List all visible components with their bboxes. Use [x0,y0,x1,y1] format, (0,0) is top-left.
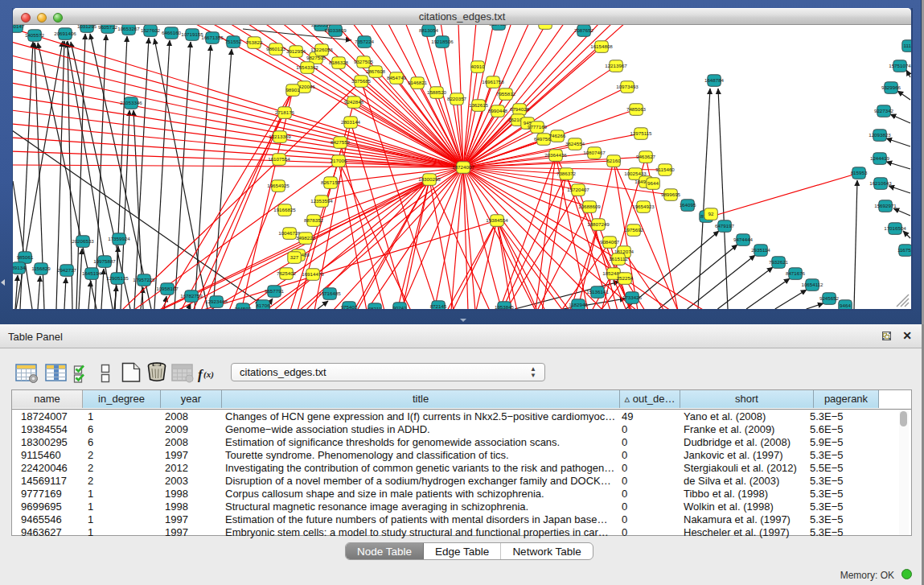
svg-text:98901: 98901 [285,87,300,93]
svg-text:1645194: 1645194 [82,270,102,276]
svg-text:1588520: 1588520 [427,89,447,95]
svg-text:9327505: 9327505 [354,59,374,64]
svg-text:9777169: 9777169 [528,124,548,130]
svg-text:8813054: 8813054 [419,27,439,33]
svg-text:116753: 116753 [897,247,911,253]
svg-text:(x): (x) [203,369,214,380]
svg-text:16154808: 16154808 [590,43,613,49]
svg-text:1182945: 1182945 [569,302,588,307]
svg-text:12905135: 12905135 [106,275,129,281]
svg-text:9227342: 9227342 [874,108,894,113]
svg-text:9084067: 9084067 [600,239,620,245]
svg-text:12213369: 12213369 [269,134,291,139]
svg-text:92: 92 [708,211,714,216]
svg-text:8220357: 8220357 [447,96,467,101]
svg-text:8990448: 8990448 [488,108,508,113]
svg-text:252254: 252254 [617,275,634,281]
svg-text:2718176: 2718176 [275,109,295,115]
svg-text:40910: 40910 [470,64,485,69]
svg-text:15720407: 15720407 [567,187,589,192]
svg-text:1527602: 1527602 [141,27,161,33]
svg-text:10653267: 10653267 [117,26,140,31]
svg-text:217006: 217006 [331,158,347,163]
svg-text:16914479: 16914479 [302,271,324,277]
svg-text:2935114: 2935114 [751,247,770,253]
svg-text:15136141: 15136141 [586,289,609,295]
svg-text:9474444: 9474444 [733,237,754,242]
svg-text:16671355: 16671355 [201,35,224,40]
svg-text:9245652: 9245652 [819,295,840,301]
svg-text:13226053: 13226053 [310,47,333,52]
svg-text:19975887: 19975887 [93,258,116,264]
svg-text:7357224: 7357224 [355,39,375,44]
svg-text:985061: 985061 [17,254,34,260]
svg-text:746266: 746266 [549,133,566,138]
svg-text:8878352: 8878352 [304,217,324,223]
svg-text:12923448: 12923448 [205,299,228,304]
svg-text:7932621: 7932621 [769,259,789,265]
svg-text:20691406: 20691406 [54,31,76,36]
svg-text:7386372: 7386372 [556,171,577,176]
svg-text:12093823: 12093823 [869,132,891,138]
svg-text:9860123: 9860123 [266,46,286,51]
svg-text:9464: 9464 [840,303,851,308]
svg-text:17957225: 17957225 [133,277,155,282]
svg-text:19218506: 19218506 [431,39,454,44]
svg-text:19654923: 19654923 [632,204,655,209]
svg-text:8186328: 8186328 [329,60,349,65]
svg-text:3375685: 3375685 [351,78,372,84]
svg-text:18807249: 18807249 [587,221,610,227]
svg-text:3498222: 3498222 [296,235,316,241]
svg-text:16033809: 16033809 [324,27,347,33]
svg-text:1156829: 1156829 [31,266,51,271]
svg-text:9899695: 9899695 [661,192,681,197]
svg-text:16210643: 16210643 [869,180,892,186]
svg-text:16543362: 16543362 [296,64,318,70]
svg-text:9242848: 9242848 [344,99,364,105]
svg-text:2803144: 2803144 [341,119,361,125]
svg-text:2867608: 2867608 [366,68,386,74]
svg-text:10807467: 10807467 [583,150,606,155]
svg-text:20364436: 20364436 [544,152,567,158]
svg-text:1975692: 1975692 [624,227,644,233]
svg-text:327: 327 [290,254,299,260]
svg-text:17016504: 17016504 [884,225,906,231]
svg-text:6794028: 6794028 [510,106,530,112]
svg-text:8427552: 8427552 [331,139,351,145]
svg-text:1615112: 1615112 [609,256,628,262]
svg-text:763822: 763822 [246,39,263,45]
svg-text:6466160: 6466160 [162,30,182,35]
svg-text:751552: 751552 [225,39,242,44]
svg-text:2087652: 2087652 [574,27,594,33]
svg-text:9146821: 9146821 [408,80,428,85]
svg-text:8454749: 8454749 [387,75,407,80]
svg-text:10973493: 10973493 [616,84,639,89]
svg-text:16107554: 16107554 [268,156,290,162]
svg-text:7625402: 7625402 [277,270,297,276]
svg-text:9329966: 9329966 [881,84,901,90]
svg-text:16782759: 16782759 [180,293,203,299]
svg-text:20206533: 20206533 [72,238,94,244]
svg-text:19654925: 19654925 [267,183,290,188]
svg-text:16961758: 16961758 [482,79,504,84]
svg-text:1648784: 1648784 [704,77,725,83]
svg-text:8813: 8813 [540,25,551,26]
svg-text:18300295: 18300295 [418,176,441,182]
svg-text:1733426: 1733426 [622,295,643,300]
svg-text:9463627: 9463627 [636,154,656,159]
svg-text:1362615: 1362615 [469,102,489,108]
svg-text:1405572: 1405572 [25,32,45,38]
svg-text:7485063: 7485063 [626,106,647,112]
svg-text:10719155: 10719155 [181,31,203,37]
svg-text:1112: 1112 [904,43,911,48]
svg-text:17359924: 17359924 [108,236,130,241]
svg-text:815953: 815953 [851,170,868,175]
svg-text:1244419: 1244419 [870,155,890,161]
svg-text:12353594: 12353594 [310,198,333,204]
svg-text:15751074: 15751074 [889,63,911,68]
svg-text:39134: 39134 [13,265,26,270]
svg-text:19384554: 19384554 [486,217,508,223]
svg-text:9657791: 9657791 [265,288,285,294]
svg-text:81706: 81706 [256,303,270,308]
svg-text:8267150: 8267150 [321,179,341,185]
